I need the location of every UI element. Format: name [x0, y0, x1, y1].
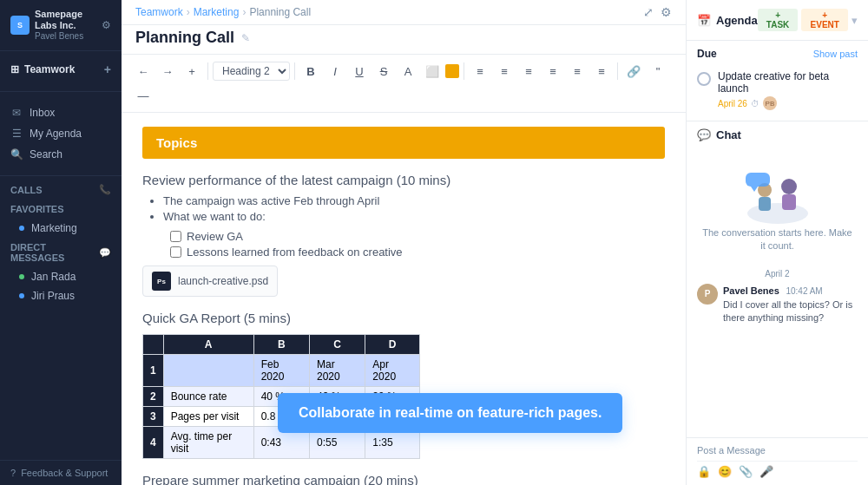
section-1-title: Review performance of the latest campaig…	[142, 173, 397, 187]
file-name: launch-creative.psd	[178, 275, 268, 287]
sidebar-item-my-agenda[interactable]: ☰ My Agenda	[0, 123, 122, 144]
table-row-num-2: 2	[143, 387, 164, 407]
chat-section: 💬 Chat	[687, 121, 868, 155]
toolbar-add[interactable]: +	[181, 60, 203, 82]
add-icon[interactable]: +	[104, 62, 111, 76]
toolbar-align-right[interactable]: ≡	[590, 60, 613, 82]
section-heading-1: Review performance of the latest campaig…	[142, 173, 665, 187]
bullet-item: What we want to do:	[163, 210, 665, 223]
agenda-calendar-icon: 📅	[697, 14, 711, 27]
toolbar-link[interactable]: 🔗	[622, 60, 645, 82]
company-info[interactable]: S Samepage Labs Inc. Pavel Benes	[10, 9, 102, 42]
toolbar-indent-increase[interactable]: ≡	[542, 60, 564, 82]
checkbox-review-ga[interactable]	[170, 231, 181, 242]
chat-input-area: Post a Message 🔒 😊 📎 🎤	[687, 437, 868, 485]
table-col-b: B	[253, 335, 309, 355]
chat-lock-icon: 🔒	[697, 465, 711, 478]
nav-section: ✉ Inbox ☰ My Agenda 🔍 Search	[0, 95, 122, 172]
direct-messages-section-header[interactable]: Direct messages 💬	[0, 238, 122, 267]
settings-icon[interactable]: ⚙	[102, 19, 111, 31]
file-attachment[interactable]: Ps launch-creative.psd	[142, 265, 278, 297]
table-mar-header: Mar 2020	[310, 355, 365, 387]
table-col-c: C	[310, 335, 365, 355]
checkbox-lessons[interactable]	[170, 246, 181, 258]
expand-icon[interactable]: ⤢	[643, 5, 654, 19]
direct-messages-label: Direct messages	[10, 242, 99, 263]
toolbar-image[interactable]: ⬜	[421, 60, 444, 82]
chat-title: 💬 Chat	[697, 128, 858, 141]
svg-point-0	[747, 203, 808, 224]
sidebar-teamwork-item[interactable]: ⊞ Teamwork +	[0, 58, 122, 81]
chat-mic-icon[interactable]: 🎤	[760, 465, 773, 478]
heading-select[interactable]: Heading 2 Heading 1 Heading 3 Normal	[213, 62, 290, 81]
table-header-label	[163, 355, 253, 387]
toolbar-font-color[interactable]: A	[397, 60, 419, 82]
task-date: April 26	[718, 99, 747, 108]
chat-message-item: P Pavel Benes 10:42 AM Did I cover all t…	[697, 284, 858, 325]
breadcrumb: Teamwork › Marketing › Planning Call	[135, 6, 311, 18]
toolbar-align-left[interactable]: ≡	[566, 60, 589, 82]
sidebar-item-inbox[interactable]: ✉ Inbox	[0, 102, 122, 123]
agenda-due-header: Due Show past	[697, 48, 858, 60]
page-title-row: Planning Call ✎	[122, 25, 686, 55]
breadcrumb-teamwork[interactable]: Teamwork	[135, 6, 183, 18]
topics-bar: Topics	[142, 127, 665, 159]
toolbar-list-ordered[interactable]: ≡	[493, 60, 516, 82]
add-task-button[interactable]: + TASK	[758, 9, 799, 31]
file-type-icon: Ps	[152, 272, 171, 291]
favorites-section-header[interactable]: Favorites	[0, 200, 122, 219]
toolbar-underline[interactable]: U	[348, 60, 371, 82]
agenda-header: 📅 Agenda + TASK + EVENT ▾	[687, 0, 868, 41]
toolbar-italic[interactable]: I	[324, 60, 346, 82]
feedback-label: Feedback & Support	[21, 468, 108, 478]
checkbox-item-review-ga: Review GA	[170, 230, 665, 243]
chat-illustration	[739, 166, 817, 226]
edit-title-icon[interactable]: ✎	[241, 32, 250, 44]
topics-label: Topics	[156, 135, 197, 150]
jan-rada-status-dot	[19, 274, 24, 279]
sidebar-item-search[interactable]: 🔍 Search	[0, 144, 122, 165]
jan-rada-label: Jan Rada	[31, 271, 76, 283]
add-event-button[interactable]: + EVENT	[801, 9, 848, 31]
table-bounce-label: Bounce rate	[163, 387, 253, 407]
task-checkbox[interactable]	[697, 72, 711, 86]
toolbar-undo[interactable]: ←	[132, 60, 155, 82]
calls-section-header[interactable]: Calls 📞	[0, 180, 122, 200]
task-assignee-avatar: PB	[763, 96, 777, 110]
sidebar-item-marketing[interactable]: Marketing	[0, 219, 122, 238]
section-3-title: Prepare summer marketing campaign	[142, 473, 364, 485]
toolbar-color-picker[interactable]	[445, 64, 459, 78]
toolbar-quote[interactable]: "	[647, 60, 669, 82]
toolbar-list-unordered[interactable]: ≡	[469, 60, 491, 82]
breadcrumb-marketing[interactable]: Marketing	[194, 6, 240, 18]
chat-input-placeholder: Post a Message	[697, 445, 858, 456]
editor-toolbar: ← → + Heading 2 Heading 1 Heading 3 Norm…	[122, 55, 686, 113]
sidebar-dm-jan-rada[interactable]: Jan Rada	[0, 267, 122, 286]
page-settings-icon[interactable]: ⚙	[661, 5, 672, 19]
bullet-item: The campaign was active Feb through Apri…	[163, 194, 665, 207]
toolbar-sep-2	[294, 62, 295, 80]
chat-message-time: 10:42 AM	[786, 286, 822, 296]
jiri-praus-label: Jiri Praus	[31, 290, 75, 302]
toolbar-bold[interactable]: B	[299, 60, 322, 82]
section-2-title: Quick GA Report	[142, 311, 244, 325]
show-past-link[interactable]: Show past	[813, 49, 858, 59]
agenda-due-section: Due Show past Update creative for beta l…	[687, 41, 868, 121]
jiri-praus-status-dot	[19, 293, 24, 298]
toolbar-strikethrough[interactable]: S	[372, 60, 395, 82]
chat-attach-icon[interactable]: 📎	[739, 465, 753, 478]
due-label: Due	[697, 48, 717, 60]
sidebar-dm-jiri-praus[interactable]: Jiri Praus	[0, 286, 122, 305]
toolbar-hr[interactable]: —	[132, 84, 155, 107]
editor-body[interactable]: Topics Review performance of the latest …	[122, 113, 686, 485]
table-corner	[143, 335, 164, 355]
agenda-filter-icon[interactable]: ▾	[852, 14, 858, 27]
toolbar-redo[interactable]: →	[156, 60, 179, 82]
top-bar: Teamwork › Marketing › Planning Call ⤢ ⚙	[122, 0, 686, 25]
chat-emoji-icon[interactable]: 😊	[718, 465, 732, 478]
feedback-support[interactable]: ? Feedback & Support	[0, 460, 122, 485]
company-name: Samepage Labs Inc.	[35, 9, 102, 31]
toolbar-indent-decrease[interactable]: ≡	[517, 60, 540, 82]
breadcrumb-current: Planning Call	[249, 6, 311, 18]
right-panel: 📅 Agenda + TASK + EVENT ▾ Due Show past …	[686, 0, 868, 485]
